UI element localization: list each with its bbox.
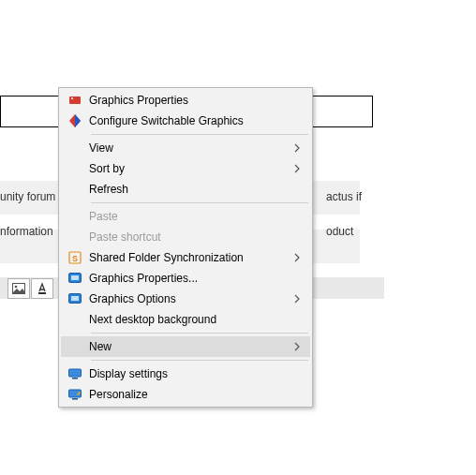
submenu-arrow-icon [293, 342, 306, 351]
switchable-graphics-icon [65, 113, 85, 128]
menu-item-sort-by[interactable]: Sort by [61, 158, 310, 179]
svg-rect-16 [72, 398, 78, 400]
bg-forum-text: nformation [0, 225, 53, 238]
ati-icon [65, 93, 85, 108]
text-color-tool-icon[interactable] [31, 278, 53, 299]
menu-item-display-settings[interactable]: Display settings [61, 364, 310, 384]
menu-item-graphics-options[interactable]: Graphics Options [61, 289, 310, 309]
svg-text:S: S [72, 254, 78, 263]
menu-item-label: Shared Folder Synchronization [85, 251, 293, 264]
menu-item-new[interactable]: New [61, 336, 310, 357]
submenu-arrow-icon [293, 294, 306, 304]
menu-item-view[interactable]: View [61, 138, 310, 158]
svg-rect-2 [38, 292, 46, 294]
menu-item-shared-folder-sync[interactable]: S Shared Folder Synchronization [61, 247, 310, 268]
shared-folder-icon: S [65, 250, 85, 265]
bg-forum-text: oduct [326, 225, 353, 238]
display-settings-icon [65, 366, 85, 381]
menu-item-label: New [85, 340, 293, 353]
svg-point-4 [71, 97, 73, 99]
menu-separator [91, 202, 308, 203]
menu-item-label: View [85, 141, 293, 155]
intel-graphics-icon [65, 271, 85, 286]
svg-rect-3 [69, 96, 81, 104]
menu-item-graphics-properties-intel[interactable]: Graphics Properties... [61, 268, 310, 289]
menu-item-label: Paste [85, 210, 293, 223]
menu-item-label: Configure Switchable Graphics [85, 114, 293, 127]
menu-item-graphics-properties[interactable]: Graphics Properties [61, 90, 310, 111]
menu-item-label: Graphics Options [85, 292, 293, 305]
menu-item-paste-shortcut: Paste shortcut [61, 227, 310, 247]
menu-item-label: Paste shortcut [85, 230, 293, 244]
svg-rect-9 [71, 275, 79, 280]
menu-item-refresh[interactable]: Refresh [61, 179, 310, 200]
menu-item-next-desktop-background[interactable]: Next desktop background [61, 309, 310, 330]
menu-separator [91, 333, 308, 334]
menu-item-label: Sort by [85, 162, 293, 175]
menu-item-label: Refresh [85, 183, 293, 196]
desktop-context-menu: Graphics Properties Configure Switchable… [58, 87, 313, 408]
menu-item-label: Next desktop background [85, 313, 293, 326]
intel-graphics-icon [65, 291, 85, 306]
menu-item-label: Graphics Properties [85, 94, 293, 107]
viewport: unity forum actus if nformation oduct Gr… [0, 0, 476, 475]
menu-item-configure-switchable-graphics[interactable]: Configure Switchable Graphics [61, 111, 310, 131]
svg-rect-14 [72, 378, 78, 379]
menu-item-label: Graphics Properties... [85, 272, 293, 285]
menu-item-personalize[interactable]: Personalize [61, 384, 310, 405]
bg-forum-text: unity forum [0, 190, 55, 203]
svg-rect-12 [71, 296, 79, 301]
submenu-arrow-icon [293, 164, 306, 173]
menu-separator [91, 134, 308, 135]
menu-item-label: Personalize [85, 388, 293, 401]
personalize-icon [65, 387, 85, 402]
submenu-arrow-icon [293, 143, 306, 153]
menu-item-paste: Paste [61, 206, 310, 227]
bg-forum-text: actus if [326, 190, 362, 203]
menu-item-label: Display settings [85, 367, 293, 380]
menu-separator [91, 360, 308, 361]
svg-rect-13 [69, 369, 82, 377]
submenu-arrow-icon [293, 253, 306, 262]
image-tool-icon[interactable] [7, 278, 30, 299]
svg-point-1 [15, 286, 18, 289]
